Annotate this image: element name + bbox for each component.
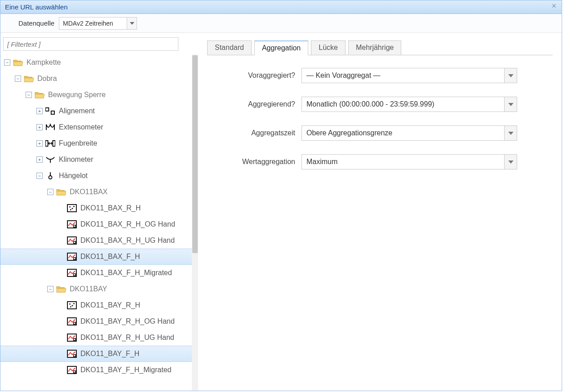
row-aggregierend: Aggregierend? — [207, 97, 553, 112]
row-wertaggregation: Wertaggregation — [207, 154, 553, 169]
klinometer-icon — [45, 155, 55, 164]
extensometer-icon — [45, 123, 55, 132]
tree-leaf[interactable]: DKO11_BAY_R_H — [0, 297, 198, 313]
chevron-down-icon[interactable] — [504, 126, 517, 140]
sidebar: − Kampkette − Dobra − Bewegun — [0, 33, 198, 391]
scrollbar[interactable] — [192, 54, 198, 391]
collapse-icon[interactable]: − — [26, 92, 32, 98]
aggregierend-combo[interactable] — [301, 97, 517, 112]
tree-leaf[interactable]: DKO11_BAY_F_H_Migrated — [0, 362, 198, 378]
row-voraggregiert: Voraggregiert? — [207, 68, 553, 83]
tree-leaf-selected[interactable]: DKO11_BAX_F_H — [0, 249, 198, 265]
tab-luecke[interactable]: Lücke — [311, 40, 346, 55]
tab-mehrjaehrige[interactable]: Mehrjährige — [348, 40, 401, 55]
wertaggregation-input[interactable] — [302, 155, 504, 169]
toolbar: Datenquelle — [0, 14, 562, 33]
tree-leaf[interactable]: DKO11_BAX_R_H_UG Hand — [0, 232, 198, 249]
folder-open-icon — [56, 285, 66, 294]
filter-input[interactable] — [3, 37, 178, 51]
chart-icon — [67, 349, 77, 358]
tabs: Standard Aggregation Lücke Mehrjährige — [207, 40, 553, 55]
tree-leaf[interactable]: DKO11_BAY_R_H_UG Hand — [0, 330, 198, 346]
chart-icon — [67, 268, 77, 277]
tree-node-extensometer[interactable]: + Extensometer — [0, 119, 198, 135]
voraggregiert-combo[interactable] — [301, 68, 517, 83]
tree-node-bewegung[interactable]: − Bewegung Sperre — [0, 87, 198, 103]
tree-node-fugenbreite[interactable]: + Fugenbreite — [0, 135, 198, 151]
aggregatszeit-combo[interactable] — [301, 125, 517, 141]
tab-aggregation[interactable]: Aggregation — [254, 40, 308, 55]
tree-node-root[interactable]: − Kampkette — [0, 54, 198, 71]
main-panel: Standard Aggregation Lücke Mehrjährige V… — [198, 33, 562, 391]
folder-open-icon — [56, 187, 66, 196]
collapse-icon[interactable]: − — [15, 76, 21, 82]
fugenbreite-icon — [45, 139, 55, 148]
dialog-title: Eine URL auswählen — [5, 3, 68, 11]
collapse-icon[interactable]: − — [36, 173, 43, 179]
collapse-icon[interactable]: − — [47, 286, 53, 292]
expand-icon[interactable]: + — [36, 140, 43, 147]
tree-node-haengelot[interactable]: − Hängelot — [0, 168, 198, 184]
aggregatszeit-label: Aggregatszeit — [207, 129, 301, 137]
tree-node-dobra[interactable]: − Dobra — [0, 71, 198, 87]
alignement-icon — [45, 107, 55, 116]
chevron-down-icon[interactable] — [127, 18, 137, 29]
tab-standard[interactable]: Standard — [207, 40, 252, 55]
haengelot-icon — [45, 171, 55, 180]
datasource-combo[interactable] — [59, 17, 137, 30]
aggregatszeit-input[interactable] — [302, 126, 504, 140]
collapse-icon[interactable]: − — [4, 59, 10, 66]
titlebar: Eine URL auswählen × — [0, 0, 562, 14]
folder-open-icon — [13, 58, 23, 67]
aggregierend-input[interactable] — [302, 97, 504, 111]
chart-icon — [67, 236, 77, 245]
datapoint-icon — [67, 301, 77, 310]
chart-icon — [67, 317, 77, 326]
collapse-icon[interactable]: − — [47, 189, 53, 195]
aggregierend-label: Aggregierend? — [207, 100, 301, 108]
chart-icon — [67, 365, 77, 374]
expand-icon[interactable]: + — [36, 108, 43, 114]
datasource-input[interactable] — [59, 18, 127, 29]
dialog: Eine URL auswählen × Datenquelle − Kampk… — [0, 0, 562, 391]
tree-node-dko11bax[interactable]: − DKO11BAX — [0, 184, 198, 200]
tree-node-dko11bay[interactable]: − DKO11BAY — [0, 281, 198, 297]
tree-leaf[interactable]: DKO11_BAX_R_H_OG Hand — [0, 216, 198, 232]
tree-leaf-selected[interactable]: DKO11_BAY_F_H — [0, 346, 198, 362]
datapoint-icon — [67, 204, 77, 213]
voraggregiert-label: Voraggregiert? — [207, 71, 301, 80]
tree[interactable]: − Kampkette − Dobra − Bewegun — [0, 54, 198, 391]
tree-node-klinometer[interactable]: + Klinometer — [0, 151, 198, 168]
wertaggregation-combo[interactable] — [301, 154, 517, 169]
folder-open-icon — [35, 90, 44, 99]
voraggregiert-input[interactable] — [302, 68, 504, 83]
chart-icon — [67, 333, 77, 342]
row-aggregatszeit: Aggregatszeit — [207, 125, 553, 141]
tree-leaf[interactable]: DKO11_BAX_F_H_Migrated — [0, 265, 198, 281]
tree-leaf[interactable]: DKO11_BAX_R_H — [0, 200, 198, 216]
datasource-label: Datenquelle — [18, 19, 54, 27]
wertaggregation-label: Wertaggregation — [207, 158, 301, 166]
chevron-down-icon[interactable] — [504, 68, 517, 83]
chart-icon — [67, 220, 77, 229]
chevron-down-icon[interactable] — [504, 155, 517, 169]
expand-icon[interactable]: + — [36, 156, 43, 163]
close-icon[interactable]: × — [550, 2, 558, 10]
folder-open-icon — [24, 74, 34, 83]
scrollbar-thumb[interactable] — [192, 55, 198, 253]
chevron-down-icon[interactable] — [504, 97, 517, 111]
expand-icon[interactable]: + — [36, 124, 43, 130]
tree-node-alignement[interactable]: + Alignement — [0, 103, 198, 119]
tree-leaf[interactable]: DKO11_BAY_R_H_OG Hand — [0, 313, 198, 330]
chart-icon — [67, 252, 77, 261]
tab-body: Voraggregiert? Aggregierend? Aggregatsze… — [207, 55, 553, 169]
